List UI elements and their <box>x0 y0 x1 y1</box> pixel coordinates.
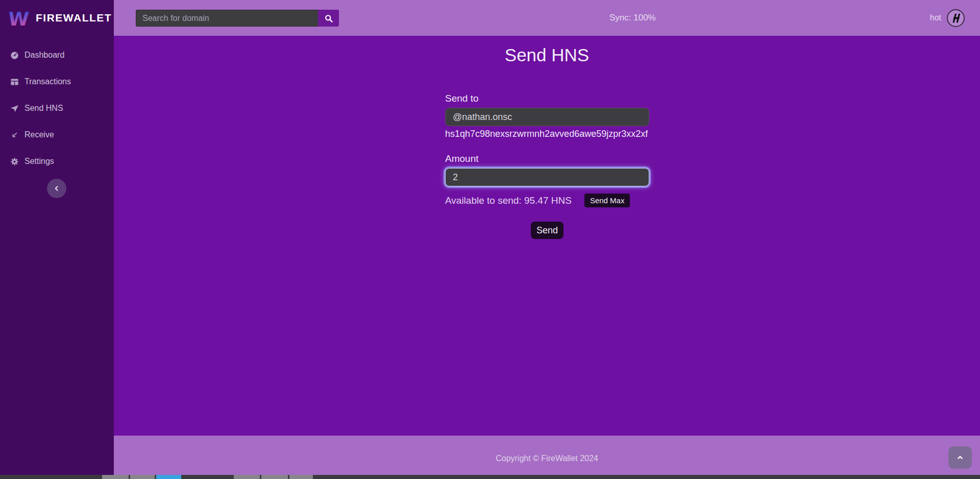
handshake-logo-icon[interactable] <box>947 9 965 27</box>
gauge-icon <box>9 50 19 60</box>
taskbar-segment[interactable] <box>261 475 288 479</box>
chevron-left-icon <box>52 184 61 193</box>
sidebar-item-dashboard[interactable]: Dashboard <box>0 42 114 68</box>
svg-text:W: W <box>9 8 30 29</box>
sidebar-item-receive[interactable]: Receive <box>0 122 114 148</box>
sidebar-nav: Dashboard Transactions S <box>0 36 114 175</box>
send-form: Send to hs1qh7c98nexsrzwrmnh2avved6awe59… <box>445 93 649 239</box>
table-icon <box>9 77 19 87</box>
send-to-input[interactable] <box>445 108 649 126</box>
taskbar-segment[interactable] <box>289 475 313 479</box>
taskbar-strip <box>0 475 980 479</box>
taskbar-segment[interactable] <box>234 475 260 479</box>
amount-input[interactable] <box>445 168 649 186</box>
chevron-up-icon <box>956 453 964 462</box>
brand[interactable]: W FIREWALLET <box>0 0 114 36</box>
gear-icon <box>9 156 19 166</box>
sidebar-item-settings[interactable]: Settings <box>0 148 114 175</box>
amount-label: Amount <box>445 153 649 164</box>
sidebar-item-label: Send HNS <box>24 104 63 113</box>
firewallet-logo-icon: W <box>9 7 30 29</box>
paper-plane-icon <box>9 103 19 113</box>
wallet-name: hot <box>930 13 941 22</box>
taskbar-segment[interactable] <box>130 475 155 479</box>
sidebar-item-label: Receive <box>24 130 54 139</box>
magnifier-icon <box>324 14 333 23</box>
sync-status: Sync: 100% <box>609 0 656 36</box>
taskbar-segment[interactable] <box>102 475 129 479</box>
page-title: Send HNS <box>114 45 980 65</box>
available-row: Available to send: 95.47 HNS Send Max <box>445 194 649 207</box>
scroll-to-top-button[interactable] <box>948 446 972 469</box>
search-input[interactable] <box>136 10 318 27</box>
footer: Copyright © FireWallet 2024 <box>114 436 980 475</box>
sidebar-item-label: Transactions <box>24 77 71 86</box>
top-bar: Sync: 100% hot <box>114 0 980 36</box>
send-to-label: Send to <box>445 93 649 104</box>
arrow-down-left-icon <box>9 130 19 140</box>
sidebar-item-transactions[interactable]: Transactions <box>0 68 114 95</box>
search-button[interactable] <box>318 10 339 27</box>
brand-name: FIREWALLET <box>36 12 112 24</box>
sidebar-collapse-button[interactable] <box>47 179 66 198</box>
available-balance: Available to send: 95.47 HNS <box>445 195 572 206</box>
sidebar-item-label: Settings <box>24 157 54 166</box>
send-max-button[interactable]: Send Max <box>584 194 630 207</box>
firewallet-app: Sync: 100% hot <box>0 0 980 479</box>
copyright-text: Copyright © FireWallet 2024 <box>114 436 980 463</box>
resolved-address: hs1qh7c98nexsrzwrmnh2avved6awe59jzpr3xx2… <box>445 129 649 140</box>
sidebar-item-label: Dashboard <box>24 51 64 60</box>
sidebar: W FIREWALLET Dashboard <box>0 0 114 475</box>
sidebar-item-send-hns[interactable]: Send HNS <box>0 95 114 122</box>
search-bar <box>136 10 339 27</box>
wallet-indicator: hot <box>930 0 965 36</box>
send-button[interactable]: Send <box>531 222 564 239</box>
taskbar-segment[interactable] <box>156 475 181 479</box>
